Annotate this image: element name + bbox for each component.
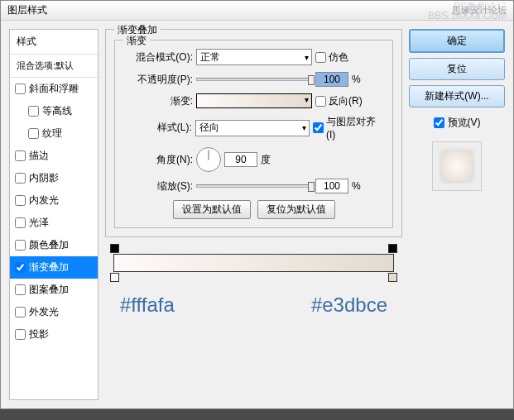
scale-value[interactable]: 100: [315, 179, 348, 193]
style-checkbox[interactable]: [15, 173, 26, 184]
action-buttons-panel: 确定 复位 新建样式(W)... 预览(V): [409, 29, 505, 400]
dialog-title: 图层样式: [7, 3, 47, 17]
style-checkbox[interactable]: [15, 84, 26, 94]
scale-label: 缩放(S):: [123, 179, 193, 193]
style-checkbox[interactable]: [15, 240, 26, 251]
opacity-stop-left[interactable]: [110, 244, 119, 253]
layer-style-dialog: 图层样式 思缘设计论坛 PS教程论坛 BBS.16XX8.COM 样式 混合选项…: [0, 0, 514, 409]
style-label: 投影: [29, 327, 49, 341]
style-item-11[interactable]: 投影: [10, 323, 98, 346]
inner-title: 渐变: [123, 34, 150, 48]
style-label: 渐变叠加: [29, 260, 69, 274]
set-default-button[interactable]: 设置为默认值: [173, 200, 251, 219]
reverse-checkbox[interactable]: 反向(R): [315, 94, 363, 108]
style-item-7[interactable]: 颜色叠加: [10, 234, 98, 256]
style-label: 样式(L):: [123, 121, 192, 135]
preview-thumbnail: [432, 141, 482, 191]
scale-slider[interactable]: [196, 184, 312, 188]
color-stop-right[interactable]: [388, 273, 397, 282]
style-item-3[interactable]: 描边: [10, 145, 98, 167]
settings-panel: 渐变叠加 渐变 混合模式(O): 正常 仿色 不透明度(P): 100: [105, 29, 402, 400]
style-label: 光泽: [29, 216, 49, 230]
style-checkbox[interactable]: [15, 284, 26, 295]
style-label: 内阴影: [29, 171, 59, 185]
style-checkbox[interactable]: [28, 128, 39, 139]
angle-unit: 度: [261, 153, 271, 167]
opacity-stop-right[interactable]: [388, 244, 397, 253]
style-label: 颜色叠加: [29, 238, 69, 252]
color-value-left: #fffafa: [120, 294, 175, 317]
style-label: 斜面和浮雕: [29, 82, 79, 96]
blend-mode-dropdown[interactable]: 正常: [196, 49, 312, 65]
style-item-8[interactable]: 渐变叠加: [10, 256, 98, 279]
style-item-6[interactable]: 光泽: [10, 212, 98, 234]
gradient-label: 渐变:: [123, 94, 193, 108]
gradient-editor: #fffafa #e3dbce: [105, 254, 402, 317]
opacity-slider[interactable]: [196, 78, 312, 81]
watermark: PS教程论坛 BBS.16XX8.COM: [428, 2, 507, 21]
cancel-button[interactable]: 复位: [409, 58, 505, 80]
angle-dial[interactable]: [196, 147, 221, 172]
style-checkbox[interactable]: [15, 262, 26, 273]
angle-value[interactable]: 90: [224, 152, 257, 167]
style-item-4[interactable]: 内阴影: [10, 167, 98, 189]
ok-button[interactable]: 确定: [409, 29, 505, 53]
gradient-group: 渐变 混合模式(O): 正常 仿色 不透明度(P): 100 %: [114, 40, 393, 228]
reset-default-button[interactable]: 复位为默认值: [257, 200, 335, 219]
style-item-5[interactable]: 内发光: [10, 189, 98, 212]
styles-header[interactable]: 样式: [10, 30, 98, 55]
color-stop-left[interactable]: [110, 273, 119, 282]
angle-label: 角度(N):: [123, 153, 193, 167]
style-checkbox[interactable]: [15, 150, 26, 161]
style-checkbox[interactable]: [15, 307, 26, 317]
style-item-1[interactable]: 等高线: [10, 100, 98, 122]
gradient-overlay-group: 渐变叠加 渐变 混合模式(O): 正常 仿色 不透明度(P): 100: [105, 29, 402, 237]
opacity-unit: %: [352, 74, 361, 85]
gradient-picker[interactable]: [196, 93, 312, 108]
dither-checkbox[interactable]: 仿色: [315, 50, 348, 64]
style-checkbox[interactable]: [15, 329, 26, 340]
opacity-value[interactable]: 100: [315, 72, 348, 87]
style-label: 等高线: [42, 104, 72, 118]
style-label: 图案叠加: [29, 283, 69, 297]
blend-options-default[interactable]: 混合选项:默认: [10, 55, 98, 78]
style-item-0[interactable]: 斜面和浮雕: [10, 78, 98, 100]
new-style-button[interactable]: 新建样式(W)...: [409, 85, 505, 107]
style-item-10[interactable]: 外发光: [10, 301, 98, 323]
style-label: 内发光: [29, 193, 59, 208]
styles-list-panel: 样式 混合选项:默认 斜面和浮雕等高线纹理描边内阴影内发光光泽颜色叠加渐变叠加图…: [9, 29, 98, 400]
style-checkbox[interactable]: [28, 106, 39, 117]
gradient-bar[interactable]: [113, 254, 394, 272]
style-dropdown[interactable]: 径向: [195, 120, 310, 136]
opacity-label: 不透明度(P):: [123, 73, 193, 87]
style-checkbox[interactable]: [15, 217, 26, 228]
blend-mode-label: 混合模式(O):: [123, 50, 193, 64]
style-label: 外发光: [29, 305, 59, 319]
color-value-right: #e3dbce: [311, 294, 387, 317]
scale-unit: %: [352, 180, 361, 192]
preview-checkbox[interactable]: 预览(V): [409, 116, 505, 130]
style-item-2[interactable]: 纹理: [10, 122, 98, 145]
style-label: 描边: [29, 149, 49, 163]
style-item-9[interactable]: 图案叠加: [10, 279, 98, 301]
style-label: 纹理: [42, 126, 62, 141]
style-checkbox[interactable]: [15, 195, 26, 206]
align-layer-checkbox[interactable]: 与图层对齐(I): [313, 115, 384, 141]
